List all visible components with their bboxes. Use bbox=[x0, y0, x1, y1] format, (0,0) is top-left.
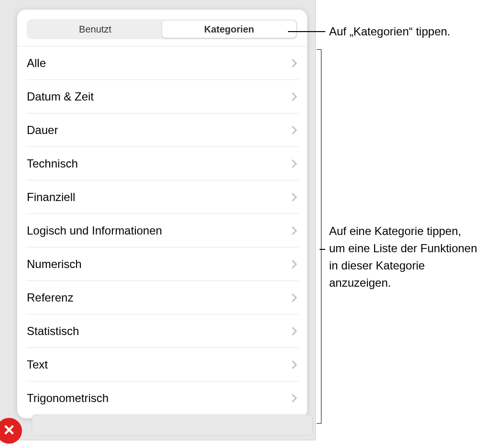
category-item-text[interactable]: Text bbox=[26, 348, 298, 381]
segmented-control: Benutzt Kategorien bbox=[27, 19, 298, 39]
category-label: Numerisch bbox=[27, 258, 82, 271]
chevron-right-icon bbox=[291, 393, 298, 403]
category-item-statistical[interactable]: Statistisch bbox=[26, 314, 298, 348]
chevron-right-icon bbox=[291, 192, 298, 202]
function-popover: Benutzt Kategorien Alle Datum & Zeit Dau… bbox=[17, 10, 307, 418]
category-label: Text bbox=[27, 358, 48, 371]
chevron-right-icon bbox=[291, 91, 298, 102]
tab-recent[interactable]: Benutzt bbox=[28, 21, 162, 38]
chevron-right-icon bbox=[291, 125, 298, 135]
tab-categories[interactable]: Kategorien bbox=[162, 21, 296, 38]
tab-recent-label: Benutzt bbox=[79, 24, 111, 35]
callout-line bbox=[288, 31, 325, 32]
close-icon bbox=[4, 425, 14, 437]
category-item-engineering[interactable]: Technisch bbox=[26, 147, 298, 180]
chevron-right-icon bbox=[291, 292, 298, 303]
formula-input[interactable] bbox=[32, 414, 313, 436]
category-label: Alle bbox=[27, 56, 46, 70]
category-item-datetime[interactable]: Datum & Zeit bbox=[26, 80, 298, 113]
app-container: Benutzt Kategorien Alle Datum & Zeit Dau… bbox=[0, 0, 316, 440]
chevron-right-icon bbox=[291, 326, 298, 336]
tab-categories-label: Kategorien bbox=[204, 24, 254, 35]
close-button[interactable] bbox=[0, 418, 22, 444]
category-label: Finanziell bbox=[27, 190, 75, 204]
category-label: Referenz bbox=[27, 291, 73, 304]
callout-tap-list: Auf eine Kategorie tippen, um eine Liste… bbox=[329, 223, 477, 291]
callout-line bbox=[320, 249, 325, 250]
chevron-right-icon bbox=[291, 225, 298, 236]
category-label: Dauer bbox=[27, 123, 58, 137]
category-item-financial[interactable]: Finanziell bbox=[26, 180, 298, 214]
chevron-right-icon bbox=[291, 259, 298, 269]
category-item-reference[interactable]: Referenz bbox=[26, 281, 298, 314]
category-item-trigonometric[interactable]: Trigonometrisch bbox=[26, 381, 298, 415]
category-label: Datum & Zeit bbox=[27, 90, 94, 103]
chevron-right-icon bbox=[291, 359, 298, 370]
chevron-right-icon bbox=[291, 58, 298, 68]
category-list[interactable]: Alle Datum & Zeit Dauer Technisch Finanz… bbox=[17, 46, 307, 417]
category-label: Statistisch bbox=[27, 325, 79, 338]
category-label: Trigonometrisch bbox=[27, 392, 109, 405]
callout-tap-categories: Auf „Kategorien“ tippen. bbox=[329, 23, 482, 40]
callout-bracket bbox=[317, 49, 321, 424]
category-item-all[interactable]: Alle bbox=[26, 46, 298, 80]
category-label: Technisch bbox=[27, 157, 78, 170]
category-item-numeric[interactable]: Numerisch bbox=[26, 247, 298, 281]
chevron-right-icon bbox=[291, 158, 298, 169]
category-label: Logisch und Informationen bbox=[27, 224, 162, 237]
category-item-duration[interactable]: Dauer bbox=[26, 113, 298, 147]
category-item-logical[interactable]: Logisch und Informationen bbox=[26, 214, 298, 247]
